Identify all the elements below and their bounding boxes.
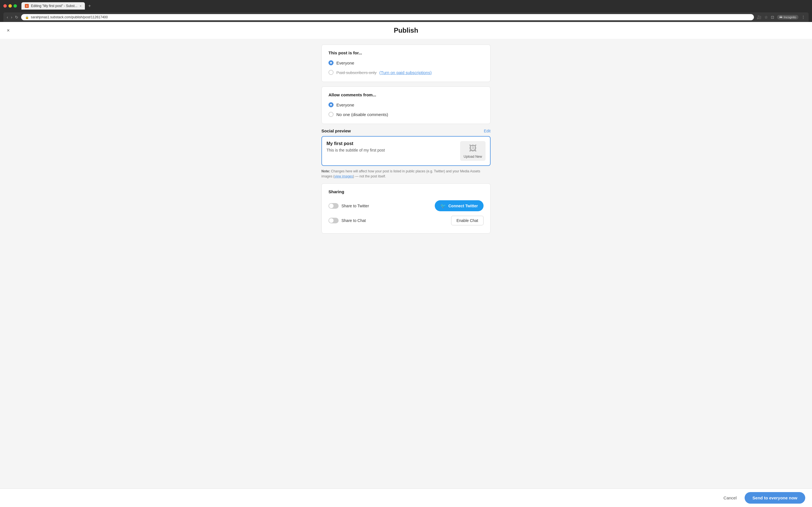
- social-preview-box: My first post This is the subtitle of my…: [321, 136, 491, 166]
- publish-header: × Publish: [0, 22, 812, 39]
- camera-off-icon[interactable]: 🎥: [757, 15, 762, 19]
- social-preview-header: Social preview Edit: [321, 128, 491, 133]
- lock-icon: 🔒: [25, 15, 29, 19]
- close-window-button[interactable]: [3, 4, 7, 8]
- radio-paid-input[interactable]: [328, 70, 334, 75]
- share-chat-toggle-label: Share to Chat: [328, 218, 366, 223]
- enable-chat-button[interactable]: Enable Chat: [451, 216, 484, 225]
- sharing-title: Sharing: [328, 189, 484, 194]
- refresh-button[interactable]: ↻: [15, 15, 18, 19]
- active-tab[interactable]: S Editing "My first post" - Subst... ×: [21, 2, 85, 10]
- page-title: Publish: [394, 26, 418, 34]
- tab-bar: S Editing "My first post" - Subst... × +: [3, 2, 809, 10]
- radio-comments-none[interactable]: No one (disable comments): [328, 111, 484, 118]
- radio-comments-none-label: No one (disable comments): [336, 112, 388, 117]
- note-label: Note:: [321, 169, 330, 173]
- bookmark-icon[interactable]: ☆: [764, 15, 768, 19]
- bottom-bar: Cancel Send to everyone now: [0, 489, 812, 507]
- share-chat-row: Share to Chat Enable Chat: [328, 214, 484, 228]
- turn-on-paid-link[interactable]: (Turn on paid subscriptions): [379, 70, 432, 75]
- cancel-button[interactable]: Cancel: [719, 492, 741, 504]
- share-twitter-toggle-label: Share to Twitter: [328, 203, 369, 209]
- radio-everyone[interactable]: Everyone: [328, 59, 484, 66]
- view-images-link[interactable]: view images: [335, 174, 353, 178]
- radio-comments-none-input[interactable]: [328, 112, 334, 117]
- radio-comments-everyone[interactable]: Everyone: [328, 101, 484, 108]
- tab-title: Editing "My first post" - Subst...: [31, 4, 78, 8]
- twitter-icon: 🐦: [441, 203, 446, 209]
- connect-twitter-label: Connect Twitter: [448, 204, 478, 208]
- preview-post-title: My first post: [326, 141, 456, 146]
- preview-image-placeholder: 🖼 Upload New: [460, 141, 486, 161]
- share-twitter-row: Share to Twitter 🐦 Connect Twitter: [328, 198, 484, 214]
- social-preview-section: Social preview Edit My first post This i…: [321, 128, 491, 179]
- share-chat-toggle[interactable]: [328, 218, 339, 223]
- incognito-icon: 🕶: [779, 15, 782, 19]
- toolbar-icons: 🎥 ☆ ⊡ 🕶 Incognito ⋮: [757, 15, 805, 19]
- tab-favicon: S: [25, 4, 29, 8]
- traffic-lights: [3, 4, 17, 8]
- image-placeholder-icon: 🖼: [469, 144, 477, 153]
- split-view-icon[interactable]: ⊡: [771, 15, 774, 19]
- minimize-window-button[interactable]: [8, 4, 12, 8]
- page-content: × Publish This post is for... Everyone P…: [0, 22, 812, 507]
- radio-everyone-input[interactable]: [328, 60, 334, 65]
- social-preview-label: Social preview: [321, 128, 351, 133]
- comments-title: Allow comments from...: [328, 93, 484, 97]
- preview-text: My first post This is the subtitle of my…: [326, 141, 456, 152]
- tab-close-icon[interactable]: ×: [80, 4, 82, 8]
- share-twitter-label: Share to Twitter: [342, 204, 369, 208]
- url-bar[interactable]: 🔒 sarahjonas1.substack.com/publish/post/…: [21, 14, 754, 20]
- incognito-badge: 🕶 Incognito: [777, 15, 799, 19]
- radio-paid[interactable]: Paid subscribers only (Turn on paid subs…: [328, 69, 484, 76]
- comments-card: Allow comments from... Everyone No one (…: [321, 87, 491, 124]
- browser-chrome: S Editing "My first post" - Subst... × +…: [0, 0, 812, 22]
- radio-comments-everyone-label: Everyone: [336, 103, 354, 107]
- radio-comments-everyone-input[interactable]: [328, 102, 334, 107]
- note-text: Note: Changes here will affect how your …: [321, 169, 491, 179]
- url-text: sarahjonas1.substack.com/publish/post/11…: [31, 15, 108, 19]
- new-tab-button[interactable]: +: [87, 2, 92, 10]
- main-content: This post is for... Everyone Paid subscr…: [0, 39, 812, 507]
- upload-new-button[interactable]: Upload New: [463, 155, 482, 159]
- menu-icon[interactable]: ⋮: [801, 15, 805, 19]
- forward-button[interactable]: ›: [11, 15, 12, 19]
- content-container: This post is for... Everyone Paid subscr…: [321, 45, 491, 233]
- radio-paid-label: Paid subscribers only: [336, 70, 377, 75]
- connect-twitter-button[interactable]: 🐦 Connect Twitter: [435, 200, 484, 211]
- maximize-window-button[interactable]: [13, 4, 17, 8]
- note-suffix: ) — not the post itself.: [353, 174, 386, 178]
- address-bar: ‹ › ↻ 🔒 sarahjonas1.substack.com/publish…: [3, 12, 809, 22]
- send-button[interactable]: Send to everyone now: [745, 492, 805, 504]
- close-button[interactable]: ×: [6, 26, 11, 35]
- post-visibility-card: This post is for... Everyone Paid subscr…: [321, 45, 491, 82]
- back-button[interactable]: ‹: [7, 15, 8, 19]
- preview-subtitle: This is the subtitle of my first post: [326, 148, 456, 152]
- share-twitter-toggle[interactable]: [328, 203, 339, 209]
- edit-link[interactable]: Edit: [484, 129, 491, 133]
- enable-chat-label: Enable Chat: [456, 218, 478, 223]
- incognito-label: Incognito: [783, 15, 796, 19]
- post-visibility-title: This post is for...: [328, 50, 484, 55]
- radio-everyone-label: Everyone: [336, 61, 354, 65]
- sharing-card: Sharing Share to Twitter 🐦 Connect Twitt…: [321, 183, 491, 233]
- share-chat-label: Share to Chat: [342, 218, 366, 223]
